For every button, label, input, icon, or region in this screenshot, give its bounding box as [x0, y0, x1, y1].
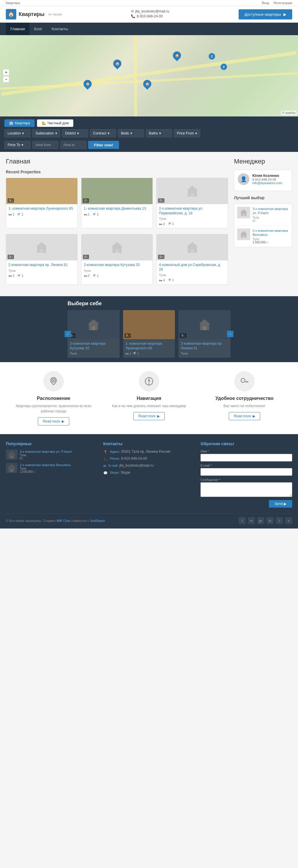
location-filter[interactable]: Location ▾ — [4, 129, 31, 137]
property-card-1[interactable]: 0□ 1- комнатная квартира Луначарского 65… — [6, 178, 78, 228]
featured-info-3: 2-комнатная квартира пр. Ленина 61 Тула — [179, 339, 231, 357]
best-pick-1[interactable]: 3-х комнатная квартира ул. Р.Зорге Тула … — [237, 207, 289, 226]
beds-filter[interactable]: Beds ▾ — [118, 129, 144, 137]
feature-coop-readmore[interactable]: Read more ▶ — [229, 412, 260, 420]
phone-icon: 📞 — [103, 457, 108, 461]
mw-corp-link[interactable]: MW Corp — [56, 519, 70, 522]
svg-rect-1 — [190, 193, 194, 196]
map-badge-2b[interactable]: 2 — [221, 64, 227, 70]
header-contact: ✉ jlia_kozlenko@mail.ru 📞 8-910-948-24-0… — [131, 9, 169, 19]
map-badge-2a[interactable]: 2 — [209, 53, 215, 60]
house-icon-footer — [6, 450, 18, 460]
pick-title-1: 3-х комнатная квартира ул. Р.Зорге — [252, 207, 289, 215]
contract-filter[interactable]: Contract ▾ — [90, 129, 116, 137]
manager-details: Юлия Козленко 8-910-948-24-00 info@byavi… — [252, 174, 282, 185]
property-card-4[interactable]: 0□ 2-комнатная квартира пр. Ленина 61 Ту… — [6, 234, 78, 285]
baths-filter[interactable]: Baths ▾ — [146, 129, 172, 137]
carousel-next-button[interactable]: › — [227, 331, 234, 337]
area-to-input[interactable] — [60, 141, 86, 149]
price-to-filter[interactable]: Price To ▾ — [4, 141, 31, 149]
featured-title-card-3: 2-комнатная квартира пр. Ленина 61 — [181, 342, 228, 350]
key-icon — [234, 371, 255, 392]
zoom-in-button[interactable]: + — [3, 69, 9, 75]
facebook-icon[interactable]: f — [239, 517, 246, 524]
feature-nav-desc: Как и на чем доехать поможет наш менедже… — [106, 403, 192, 409]
register-link[interactable]: Регистрация — [274, 1, 292, 5]
map-pin-4[interactable]: 🏠 — [143, 80, 151, 88]
footer-popular-title: Популярные — [6, 441, 98, 446]
property-info-6: 4-комнатный дом ул.Серебровская, д. 29 Т… — [157, 260, 228, 284]
arrow-right-icon: ▶ — [252, 414, 255, 418]
filter-now-button[interactable]: Filter now! — [88, 141, 119, 149]
map-pin-2[interactable]: 🏠 — [173, 52, 181, 60]
property-title-2: 1- комнатная квартира Дементьева 13 — [84, 207, 151, 211]
flickr-icon[interactable]: •• — [248, 517, 255, 524]
feature-location-readmore[interactable]: Read more ▶ — [38, 417, 69, 426]
property-card-5[interactable]: 0□ 2-комнатная квартира Кутузова 33 Тула… — [81, 234, 153, 285]
map-pin-1[interactable]: 🏠 — [113, 60, 121, 68]
sublocation-filter[interactable]: Sublocation ▾ — [32, 129, 60, 137]
manager-phone: 8-910-948-24-00 — [252, 178, 282, 181]
arrow-icon: ▶ — [284, 502, 287, 506]
carousel-prev-button[interactable]: ‹ — [64, 331, 71, 337]
property-card-6[interactable]: 0□ 4-комнатный дом ул.Серебровская, д. 2… — [156, 234, 228, 285]
property-image-6: 0□ — [157, 234, 228, 260]
property-info-1: 1- комнатная квартира Луначарского 65 🛏 … — [6, 204, 77, 219]
nav-item-home[interactable]: Главная — [6, 23, 29, 35]
twitter-icon[interactable]: t — [276, 517, 283, 524]
logo-text: Квартиры — [19, 11, 45, 18]
footer-prop-1[interactable]: 3-х комнатная квартира ул. Р.Зорге Тула … — [6, 450, 98, 460]
property-meta-1: 🛏 1 🚿 1 — [8, 213, 75, 216]
form-send-button[interactable]: Send ▶ — [269, 500, 292, 507]
chevron-down-icon: ▾ — [22, 131, 24, 135]
bed-icon: 🛏 1 — [8, 213, 14, 216]
form-name-input[interactable] — [200, 454, 292, 461]
featured-card-1[interactable]: 0□ 2-комнатная квартира Кутузова 33 Тула — [67, 310, 119, 358]
property-meta-6: 🛏 4 🚿 1 — [159, 278, 225, 282]
bath-icon: 🚿 1 — [92, 274, 99, 278]
house-placeholder-icon — [197, 317, 212, 332]
best-pick-2[interactable]: 2-х комнатная квартира Вильямса Тула 1,5… — [237, 228, 289, 244]
property-card-3[interactable]: 0□ 2-х комнатная квартира ул. Первомайск… — [156, 178, 228, 228]
email-icon: ✉ — [103, 464, 106, 468]
footer-prop-details-2: 2-х комнатная квартира Вильямса Тула 1,5… — [20, 463, 71, 473]
just-space-link[interactable]: JustSpace — [90, 519, 105, 522]
form-email-input[interactable] — [200, 468, 292, 476]
house-icon-small — [239, 208, 249, 217]
header-phone: 8-910-948-24-00 — [137, 14, 163, 18]
logo-sub: по часам — [48, 12, 62, 16]
vimeo-icon[interactable]: v — [285, 517, 292, 524]
zoom-out-button[interactable]: − — [3, 76, 9, 83]
tab-apartment[interactable]: 🏢 Квартира — [4, 119, 35, 127]
form-message-textarea[interactable] — [200, 482, 292, 497]
svg-rect-11 — [243, 235, 245, 238]
nav-item-blog[interactable]: Блог — [29, 23, 47, 35]
nav-item-contacts[interactable]: Контакты — [47, 23, 73, 35]
district-filter[interactable]: District ▾ — [62, 129, 88, 137]
svg-rect-5 — [115, 249, 119, 253]
header-cta-button[interactable]: Доступные квартиры ▶ — [239, 9, 292, 20]
bath-icon: 🚿 1 — [17, 274, 23, 278]
house-icon-small — [239, 230, 249, 239]
featured-card-2[interactable]: 0□ 1- комнатная квартира Луначарского 65… — [123, 310, 175, 358]
property-location-5: Тула — [84, 269, 151, 272]
featured-card-3[interactable]: 0□ 2-комнатная квартира пр. Ленина 61 Ту… — [179, 310, 231, 358]
linkedin-icon[interactable]: in — [267, 517, 274, 524]
price-from-filter[interactable]: Price From ▾ — [174, 129, 200, 137]
property-title-5: 2-комнатная квартира Кутузова 33 — [84, 263, 151, 268]
map-zoom-controls: + − — [3, 69, 9, 83]
featured-section: Выбери себе ‹ 0□ 2-комнатная квартира Ку… — [0, 296, 298, 362]
pick-location-2: Тула — [252, 238, 289, 241]
property-meta-4: 🛏 2 🚿 1 — [8, 274, 75, 278]
feature-nav-readmore[interactable]: Read more ▶ — [133, 412, 164, 420]
tab-house[interactable]: 🏡 Частный дом — [37, 119, 73, 127]
property-badge-6: 0□ — [158, 255, 164, 259]
area-from-input[interactable] — [32, 141, 58, 149]
footer-prop-2[interactable]: 2-х комнатная квартира Вильямса Тула 1,5… — [6, 463, 98, 473]
arrow-right-icon: ▶ — [62, 419, 64, 424]
login-link[interactable]: Вход — [262, 1, 269, 5]
google-plus-icon[interactable]: g+ — [257, 517, 264, 524]
property-card-2[interactable]: 0□ 1- комнатная квартира Дементьева 13 🛏… — [81, 178, 153, 228]
map-pin-3[interactable]: 🏠 — [83, 80, 92, 88]
header: 🏠 Квартиры по часам ✉ jlia_kozlenko@mail… — [0, 6, 298, 23]
